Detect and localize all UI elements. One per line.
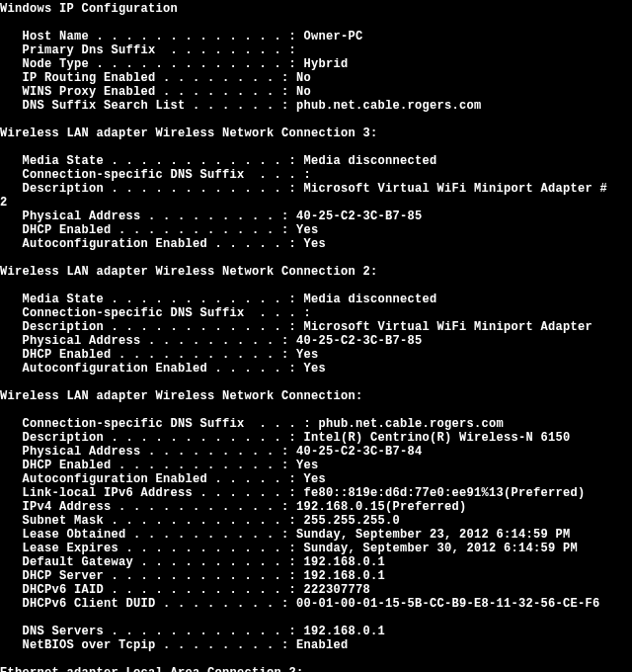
config-row: Primary Dns Suffix . . . . . . . . : <box>0 43 632 57</box>
config-row: Lease Obtained . . . . . . . . . . : Sun… <box>0 528 632 542</box>
config-row: Subnet Mask . . . . . . . . . . . . : 25… <box>0 514 632 528</box>
blank-line <box>0 251 632 265</box>
adapter-heading: Ethernet adapter Local Area Connection 2… <box>0 666 632 672</box>
config-row: Physical Address . . . . . . . . . : 40-… <box>0 445 632 459</box>
config-row: Media State . . . . . . . . . . . . : Me… <box>0 154 632 168</box>
config-row: DHCP Server . . . . . . . . . . . . : 19… <box>0 569 632 583</box>
config-row: Default Gateway . . . . . . . . . . : 19… <box>0 555 632 569</box>
config-row: Autoconfiguration Enabled . . . . . : Ye… <box>0 362 632 376</box>
config-row: Autoconfiguration Enabled . . . . . : Ye… <box>0 237 632 251</box>
config-row: DHCP Enabled . . . . . . . . . . . : Yes <box>0 223 632 237</box>
config-row: Connection-specific DNS Suffix . . . : <box>0 168 632 182</box>
config-row: Lease Expires . . . . . . . . . . . : Su… <box>0 542 632 555</box>
config-row: WINS Proxy Enabled . . . . . . . . : No <box>0 85 632 99</box>
config-row: Node Type . . . . . . . . . . . . . : Hy… <box>0 57 632 71</box>
config-row: Physical Address . . . . . . . . . : 40-… <box>0 334 632 348</box>
terminal-output: Windows IP Configuration Host Name . . .… <box>0 0 632 672</box>
blank-line <box>0 403 632 417</box>
blank-line <box>0 140 632 154</box>
config-row: DHCP Enabled . . . . . . . . . . . : Yes <box>0 459 632 472</box>
blank-line <box>0 652 632 666</box>
blank-line <box>0 279 632 293</box>
config-row: Description . . . . . . . . . . . . : Mi… <box>0 320 632 334</box>
config-row: Host Name . . . . . . . . . . . . . : Ow… <box>0 30 632 43</box>
blank-line <box>0 376 632 389</box>
wrapped-line: 2 <box>0 196 632 210</box>
config-row: DNS Servers . . . . . . . . . . . . : 19… <box>0 625 632 638</box>
config-row: DHCPv6 IAID . . . . . . . . . . . . : 22… <box>0 583 632 597</box>
config-row: Link-local IPv6 Address . . . . . . : fe… <box>0 486 632 500</box>
adapter-heading: Wireless LAN adapter Wireless Network Co… <box>0 389 632 403</box>
config-row: Autoconfiguration Enabled . . . . . : Ye… <box>0 472 632 486</box>
config-row: Description . . . . . . . . . . . . : Mi… <box>0 182 632 196</box>
config-row: IPv4 Address . . . . . . . . . . . : 192… <box>0 500 632 514</box>
config-row: NetBIOS over Tcpip . . . . . . . . : Ena… <box>0 638 632 652</box>
config-row: DHCPv6 Client DUID . . . . . . . . : 00-… <box>0 597 632 611</box>
config-row: Media State . . . . . . . . . . . . : Me… <box>0 293 632 306</box>
config-row: DNS Suffix Search List . . . . . . : phu… <box>0 99 632 113</box>
config-row: Physical Address . . . . . . . . . : 40-… <box>0 210 632 223</box>
adapter-heading: Wireless LAN adapter Wireless Network Co… <box>0 265 632 279</box>
config-row: Description . . . . . . . . . . . . : In… <box>0 431 632 445</box>
config-row: Connection-specific DNS Suffix . . . : p… <box>0 417 632 431</box>
config-row: DHCP Enabled . . . . . . . . . . . : Yes <box>0 348 632 362</box>
section-title: Windows IP Configuration <box>0 2 632 16</box>
blank-line <box>0 611 632 625</box>
config-row: IP Routing Enabled . . . . . . . . : No <box>0 71 632 85</box>
blank-line <box>0 113 632 126</box>
config-row: Connection-specific DNS Suffix . . . : <box>0 306 632 320</box>
adapter-heading: Wireless LAN adapter Wireless Network Co… <box>0 126 632 140</box>
blank-line <box>0 16 632 30</box>
